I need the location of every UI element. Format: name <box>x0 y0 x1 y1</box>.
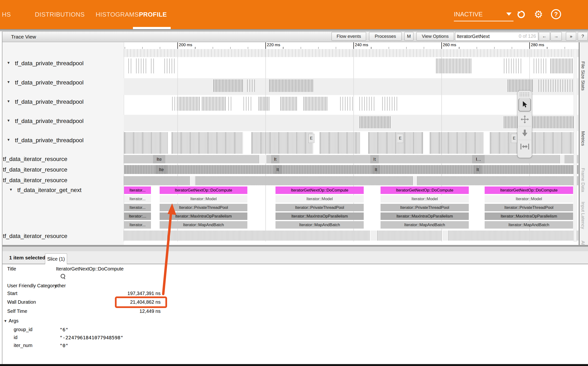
slice-iterator-maxintraop[interactable]: Iterator:... <box>124 213 151 220</box>
slice-iterator-model[interactable]: Iterator::Model <box>381 195 469 203</box>
slice-cluster <box>490 132 576 154</box>
arg-value: "0" <box>60 343 68 348</box>
resource-slice-label[interactable]: It <box>474 165 482 174</box>
event-marker[interactable]: E <box>308 134 315 143</box>
slice-iterator-getnext[interactable]: IteratorGetNextOp::DoCompute <box>485 186 573 194</box>
tab-distributions[interactable]: DISTRIBUTIONS <box>35 10 85 19</box>
track-label-threadpool[interactable]: tf_data_private_threadpool <box>15 79 84 86</box>
slice-iterator-getnext[interactable]: Iterator... <box>124 186 151 194</box>
slice-iterator-model[interactable]: Iterator::Model <box>485 195 573 203</box>
track-label-threadpool[interactable]: tf_data_private_threadpool <box>15 99 84 105</box>
tab-histograms[interactable]: HISTOGRAMS <box>96 10 139 19</box>
zoom-tool-button[interactable] <box>518 126 531 140</box>
slice-iterator-mapandbatch[interactable]: Iterator::MapAndBatch <box>381 221 469 229</box>
collapse-arrow-icon[interactable]: ▼ <box>9 187 13 191</box>
track-label-iterator-get-next[interactable]: tf_data_iterator_get_next <box>17 187 81 193</box>
slice-iterator-maxintraop[interactable]: Iterator::MaxIntraOpParallelism <box>381 213 469 220</box>
event-marker[interactable]: E <box>511 134 517 143</box>
slice-iterator-privatethreadpool[interactable]: Iterator... <box>124 204 151 211</box>
slice-iterator-model[interactable]: Iterator... <box>124 195 151 203</box>
slice-iterator-maxintraop[interactable]: Iterator::MaxIntraOpParallelism <box>485 213 573 220</box>
track-label-iterator-resource[interactable]: tf_data_iterator_resource <box>3 177 67 183</box>
resource-slice-label[interactable]: It <box>370 155 379 163</box>
collapse-arrow-icon[interactable]: ▼ <box>7 80 10 84</box>
chevron-down-icon[interactable] <box>506 13 512 16</box>
resource-track-row-2[interactable] <box>124 165 578 174</box>
arg-key: group_id <box>14 327 32 332</box>
resource-track-row-4[interactable] <box>124 230 578 241</box>
slice-iterator-privatethreadpool[interactable]: Iterator::PrivateThreadPool <box>275 204 364 211</box>
flow-events-button[interactable]: Flow events <box>331 32 366 41</box>
find-previous-button[interactable]: ← <box>539 32 550 41</box>
run-selector[interactable]: INACTIVE <box>454 9 514 19</box>
resource-slice-label[interactable]: It <box>372 165 380 174</box>
track-label-threadpool[interactable]: tf_data_private_threadpool <box>15 137 84 144</box>
tab-slice[interactable]: Slice (1) <box>45 253 67 264</box>
slice-iterator-getnext[interactable]: IteratorGetNextOp::DoCompute <box>160 186 247 194</box>
help-icon[interactable]: ? <box>551 9 561 19</box>
slice-iterator-model[interactable]: Iterator::Model <box>160 195 247 203</box>
slice-cluster <box>534 59 546 73</box>
slice-iterator-privatethreadpool[interactable]: Iterator::PrivateThreadPool <box>160 204 247 211</box>
resource-slice-label[interactable]: It <box>273 165 282 174</box>
palette-grip[interactable] <box>519 92 530 97</box>
args-collapse-arrow-icon[interactable]: ▼ <box>4 319 7 323</box>
refresh-icon[interactable] <box>516 9 526 20</box>
slice-iterator-mapandbatch[interactable]: Iterator... <box>124 221 151 229</box>
window-bottom-edge <box>0 364 588 366</box>
slice-gap <box>413 176 417 185</box>
search-box: 0 of 126 <box>455 32 538 41</box>
slice-iterator-privatethreadpool[interactable]: Iterator::PrivateThreadPool <box>485 204 573 211</box>
tab-hs-partial[interactable]: HS <box>2 10 11 19</box>
slice-iterator-maxintraop[interactable]: Iterator::MaxIntraOpParallelism <box>160 213 247 220</box>
args-section-label[interactable]: Args <box>9 318 19 324</box>
ruler-major-tick <box>353 42 354 49</box>
track-label-threadpool[interactable]: tf_data_private_threadpool <box>15 60 84 67</box>
sidebar-item-input-latency[interactable]: Input Latency <box>580 202 586 229</box>
slice-iterator-maxintraop[interactable]: Iterator::MaxIntraOpParallelism <box>275 213 364 220</box>
processes-button[interactable]: Processes <box>369 32 402 41</box>
slice-iterator-model[interactable]: Iterator::Model <box>275 195 364 203</box>
resource-track-row-1[interactable] <box>124 155 578 163</box>
panel-divider[interactable] <box>2 245 588 251</box>
ruler-tick-label: 220 ms <box>267 43 280 47</box>
sidebar-item-frame-data[interactable]: Frame Data <box>580 168 586 192</box>
slice-cluster <box>340 97 355 111</box>
track-label-threadpool[interactable]: tf_data_private_threadpool <box>15 118 84 124</box>
view-options-button[interactable]: View Options <box>416 32 454 41</box>
track-band-partial[interactable] <box>124 49 578 57</box>
expand-panel-button[interactable]: » <box>566 32 576 41</box>
track-label-iterator-resource[interactable]: tf_data_iterator_resource <box>3 233 67 239</box>
resource-slice-label[interactable]: Ite <box>155 165 167 174</box>
sidebar-item-file-size-stats[interactable]: File Size Stats <box>580 61 586 91</box>
slice-iterator-getnext[interactable]: IteratorGetNextOp::DoCompute <box>381 186 469 194</box>
detail-label-wall-duration: Wall Duration <box>7 299 36 305</box>
track-label-iterator-resource[interactable]: tf_data_iterator_resource <box>3 166 67 173</box>
search-input[interactable] <box>456 33 513 40</box>
collapse-arrow-icon[interactable]: ▼ <box>7 61 10 65</box>
slice-iterator-getnext[interactable]: IteratorGetNextOp::DoCompute <box>275 186 364 194</box>
resource-slice-label[interactable]: Ite <box>153 155 165 163</box>
slice-iterator-mapandbatch[interactable]: Iterator::MapAndBatch <box>160 221 247 229</box>
slice-iterator-mapandbatch[interactable]: Iterator::MapAndBatch <box>275 221 364 229</box>
selection-tool-button[interactable] <box>518 98 531 112</box>
find-next-button[interactable]: → <box>551 32 562 41</box>
collapse-arrow-icon[interactable]: ▼ <box>7 118 10 122</box>
pan-tool-button[interactable] <box>518 112 531 126</box>
tab-profile[interactable]: PROFILE <box>139 10 167 19</box>
resource-slice-label[interactable]: It <box>271 155 279 163</box>
collapse-arrow-icon[interactable]: ▼ <box>7 138 10 142</box>
slice-iterator-privatethreadpool[interactable]: Iterator::PrivateThreadPool <box>381 204 469 211</box>
trace-help-button[interactable]: ? <box>578 32 588 41</box>
vertical-scrollbar[interactable] <box>573 49 577 242</box>
metadata-button[interactable]: M <box>404 32 413 41</box>
resource-slice-label[interactable]: I... <box>472 155 485 163</box>
event-marker[interactable]: E <box>397 134 403 143</box>
collapse-arrow-icon[interactable]: ▼ <box>7 99 10 103</box>
sidebar-item-metrics[interactable]: Metrics <box>580 131 586 146</box>
gear-icon[interactable]: ⚙ <box>533 9 544 20</box>
slice-cluster <box>164 59 175 73</box>
timing-tool-button[interactable] <box>518 140 531 153</box>
slice-iterator-mapandbatch[interactable]: Iterator::MapAndBatch <box>485 221 573 229</box>
track-label-iterator-resource[interactable]: tf_data_iterator_resource <box>3 156 67 162</box>
